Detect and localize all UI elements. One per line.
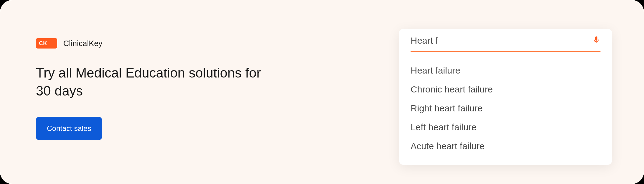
suggestions-list: Heart failure Chronic heart failure Righ… — [399, 52, 612, 156]
suggestion-item[interactable]: Left heart failure — [411, 118, 600, 137]
brand-row: CK ClinicalKey — [36, 38, 273, 49]
microphone-icon[interactable] — [592, 34, 600, 47]
suggestion-item[interactable]: Right heart failure — [411, 99, 600, 118]
promo-banner: CK ClinicalKey Try all Medical Education… — [0, 0, 644, 184]
suggestion-item[interactable]: Chronic heart failure — [411, 80, 600, 99]
search-input-wrap — [411, 34, 600, 52]
left-content: CK ClinicalKey Try all Medical Education… — [36, 38, 273, 140]
contact-sales-button[interactable]: Contact sales — [36, 117, 102, 140]
headline: Try all Medical Education solutions for … — [36, 64, 273, 100]
brand-name: ClinicalKey — [63, 39, 103, 48]
search-panel: Heart failure Chronic heart failure Righ… — [399, 29, 612, 165]
suggestion-item[interactable]: Acute heart failure — [411, 137, 600, 156]
search-input[interactable] — [411, 35, 592, 46]
brand-badge: CK — [36, 38, 57, 49]
suggestion-item[interactable]: Heart failure — [411, 61, 600, 80]
